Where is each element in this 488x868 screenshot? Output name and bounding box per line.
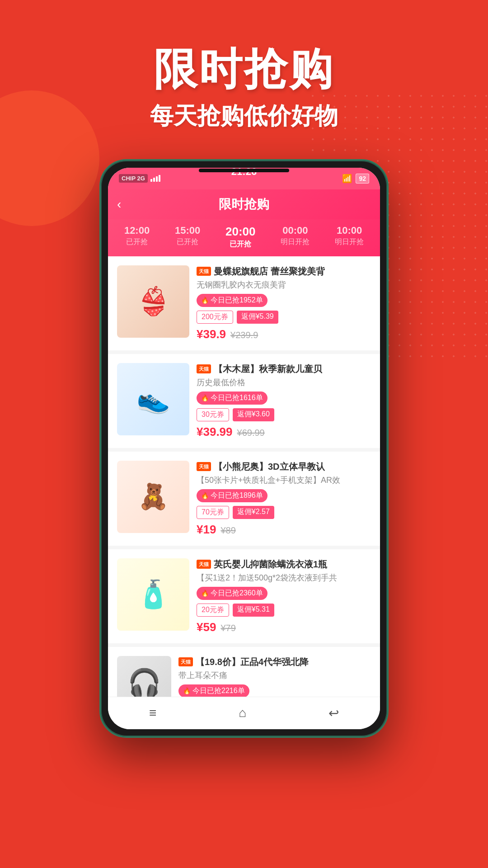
product-card-3[interactable]: 天猫 【小熊尼奥】3D立体早教认 【50张卡片+铁质礼盒+手机支架】AR效 🔥 … [108, 452, 380, 546]
coupon-tag-2: 30元券 [197, 408, 229, 421]
original-price-1: ¥239.9 [230, 330, 258, 340]
time-tab-2000[interactable]: 20:00 已开抢 [225, 225, 256, 249]
coupon-row-4: 20元券 返佣¥5.31 [197, 604, 371, 617]
store-badge-5: 天猫 [178, 657, 193, 666]
wifi-icon: 📶 [342, 174, 352, 184]
product-info-3: 天猫 【小熊尼奥】3D立体早教认 【50张卡片+铁质礼盒+手机支架】AR效 🔥 … [197, 461, 371, 537]
product-card-4[interactable]: 天猫 英氏婴儿抑菌除螨洗衣液1瓶 【买1送2！加送500g*2袋洗衣液到手共 🔥… [108, 549, 380, 643]
product-store-3: 天猫 【小熊尼奥】3D立体早教认 [197, 461, 371, 473]
time-tab-1000[interactable]: 10:00 明日开抢 [335, 225, 364, 249]
flash-badge-2: 🔥 今日已抢1616单 [197, 392, 267, 405]
product-desc-2: 历史最低价格 [197, 377, 371, 388]
tab-status-3: 已开抢 [225, 240, 256, 249]
hero-title: 限时抢购 [0, 45, 488, 93]
nav-back-button[interactable]: ↩ [318, 700, 350, 726]
signal-bars [150, 175, 160, 182]
coupon-row-1: 200元券 返佣¥5.39 [197, 311, 371, 324]
original-price-3: ¥89 [221, 525, 235, 536]
flash-text-4: 今日已抢2360单 [211, 589, 263, 598]
product-image-2 [117, 363, 189, 435]
flash-icon-3: 🔥 [201, 492, 209, 499]
product-card-5[interactable]: 天猫 【19.8价】正品4代华强北降 带上耳朵不痛 🔥 今日已抢2216单 [108, 647, 380, 697]
store-name-2: 【木木屋】秋季新款儿童贝 [214, 363, 322, 375]
time-tab-0000[interactable]: 00:00 明日开抢 [281, 225, 310, 249]
tab-time-2: 15:00 [175, 225, 200, 236]
current-price-3: ¥19 [197, 523, 216, 537]
phone-screen: CHIP 2G 21:26 📶 92 ‹ 限时抢购 [108, 168, 380, 729]
flash-badge-5: 🔥 今日已抢2216单 [178, 684, 249, 697]
cashback-tag-4: 返佣¥5.31 [233, 604, 274, 617]
product-card-2[interactable]: 天猫 【木木屋】秋季新款儿童贝 历史最低价格 🔥 今日已抢1616单 30元券 … [108, 354, 380, 448]
current-price-4: ¥59 [197, 620, 216, 634]
nav-home-button[interactable]: ⌂ [228, 700, 257, 726]
product-desc-5: 带上耳朵不痛 [178, 670, 371, 681]
product-store-2: 天猫 【木木屋】秋季新款儿童贝 [197, 363, 371, 375]
tab-time-5: 10:00 [335, 225, 364, 236]
product-image-3 [117, 461, 189, 533]
flash-icon-1: 🔥 [201, 297, 209, 304]
store-badge-3: 天猫 [197, 462, 211, 471]
app-title: 限时抢购 [219, 196, 269, 213]
time-tab-1500[interactable]: 15:00 已开抢 [175, 225, 200, 249]
phone-container: CHIP 2G 21:26 📶 92 ‹ 限时抢购 [0, 159, 488, 738]
coupon-tag-3: 70元券 [197, 506, 229, 519]
battery-indicator: 92 [356, 174, 369, 184]
product-image-4 [117, 558, 189, 631]
coupon-tag-4: 20元券 [197, 604, 229, 617]
product-card-1[interactable]: 天猫 曼蝶妮旗舰店 蕾丝聚拢美背 无钢圈乳胶内衣无痕美背 🔥 今日已抢1952单… [108, 256, 380, 350]
flash-text-1: 今日已抢1952单 [211, 296, 263, 305]
price-row-3: ¥19 ¥89 [197, 523, 371, 537]
product-info-4: 天猫 英氏婴儿抑菌除螨洗衣液1瓶 【买1送2！加送500g*2袋洗衣液到手共 🔥… [197, 558, 371, 634]
time-tab-1200[interactable]: 12:00 已开抢 [124, 225, 150, 249]
back-button[interactable]: ‹ [117, 197, 121, 212]
status-right: 📶 92 [342, 174, 369, 184]
nav-menu-button[interactable]: ≡ [138, 700, 167, 726]
current-price-2: ¥39.99 [197, 425, 233, 439]
coupon-row-3: 70元券 返佣¥2.57 [197, 506, 371, 519]
hero-header: 限时抢购 每天抢购低价好物 [0, 0, 488, 132]
current-price-1: ¥39.9 [197, 327, 226, 341]
cashback-tag-3: 返佣¥2.57 [233, 506, 274, 519]
cashback-tag-1: 返佣¥5.39 [237, 311, 278, 324]
product-info-5: 天猫 【19.8价】正品4代华强北降 带上耳朵不痛 🔥 今日已抢2216单 [178, 656, 371, 697]
price-row-1: ¥39.9 ¥239.9 [197, 327, 371, 341]
product-list[interactable]: 天猫 曼蝶妮旗舰店 蕾丝聚拢美背 无钢圈乳胶内衣无痕美背 🔥 今日已抢1952单… [108, 256, 380, 697]
time-tabs: 12:00 已开抢 15:00 已开抢 20:00 已开抢 00:00 明日开抢… [108, 219, 380, 256]
tab-time-3: 20:00 [225, 225, 256, 239]
product-store-1: 天猫 曼蝶妮旗舰店 蕾丝聚拢美背 [197, 265, 371, 278]
flash-text-3: 今日已抢1896单 [211, 491, 263, 500]
tab-status-4: 明日开抢 [281, 237, 310, 247]
product-desc-4: 【买1送2！加送500g*2袋洗衣液到手共 [197, 572, 371, 583]
original-price-2: ¥69.99 [237, 428, 265, 438]
store-badge-1: 天猫 [197, 267, 211, 276]
status-left: CHIP 2G [119, 174, 160, 183]
store-name-1: 曼蝶妮旗舰店 蕾丝聚拢美背 [214, 265, 325, 278]
product-info-2: 天猫 【木木屋】秋季新款儿童贝 历史最低价格 🔥 今日已抢1616单 30元券 … [197, 363, 371, 439]
flash-icon-5: 🔥 [183, 687, 191, 694]
product-store-5: 天猫 【19.8价】正品4代华强北降 [178, 656, 371, 668]
flash-badge-1: 🔥 今日已抢1952单 [197, 294, 267, 307]
product-image-5 [117, 656, 171, 697]
flash-badge-3: 🔥 今日已抢1896单 [197, 489, 267, 502]
product-info-1: 天猫 曼蝶妮旗舰店 蕾丝聚拢美背 无钢圈乳胶内衣无痕美背 🔥 今日已抢1952单… [197, 265, 371, 341]
coupon-row-2: 30元券 返佣¥3.60 [197, 408, 371, 421]
original-price-4: ¥79 [221, 623, 235, 633]
flash-badge-4: 🔥 今日已抢2360单 [197, 587, 267, 600]
bottom-nav: ≡ ⌂ ↩ [108, 697, 380, 729]
signal-bar-1 [150, 179, 152, 182]
coupon-tag-1: 200元券 [197, 311, 233, 324]
store-name-4: 英氏婴儿抑菌除螨洗衣液1瓶 [214, 558, 327, 571]
hero-subtitle: 每天抢购低价好物 [0, 100, 488, 132]
tab-status-2: 已开抢 [175, 237, 200, 247]
price-row-2: ¥39.99 ¥69.99 [197, 425, 371, 439]
flash-text-2: 今日已抢1616单 [211, 393, 263, 403]
phone-mockup: CHIP 2G 21:26 📶 92 ‹ 限时抢购 [99, 159, 389, 738]
tab-time-1: 12:00 [124, 225, 150, 236]
signal-bar-4 [159, 175, 160, 182]
carrier-label: CHIP 2G [119, 174, 148, 183]
flash-icon-4: 🔥 [201, 590, 209, 597]
signal-bar-3 [156, 176, 158, 182]
product-store-4: 天猫 英氏婴儿抑菌除螨洗衣液1瓶 [197, 558, 371, 571]
app-header: ‹ 限时抢购 [108, 189, 380, 219]
phone-notch [199, 169, 289, 172]
